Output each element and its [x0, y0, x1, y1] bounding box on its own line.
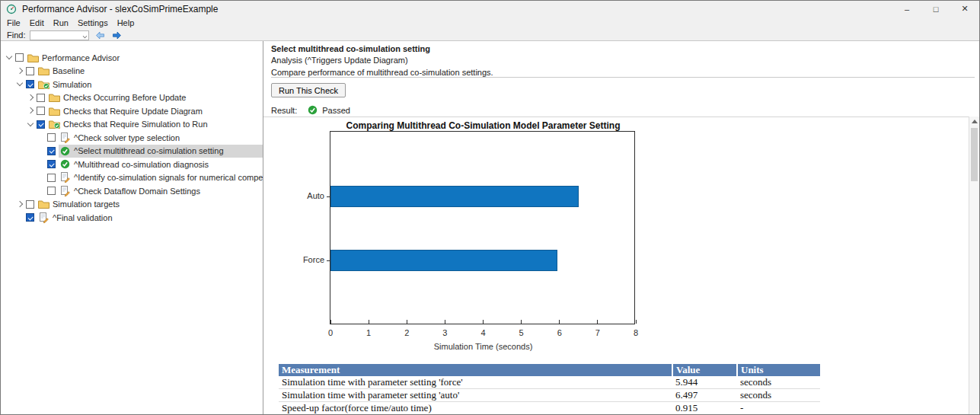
run-this-check-button[interactable]: Run This Check [271, 83, 346, 97]
table-row: Simulation time with parameter setting '… [279, 376, 820, 389]
menu-run[interactable]: Run [49, 17, 73, 30]
vertical-scrollbar[interactable] [969, 117, 979, 414]
chevron-down-icon[interactable] [83, 34, 88, 38]
expander-collapsed-icon[interactable] [16, 67, 24, 75]
tree-row[interactable]: Baseline [1, 65, 263, 78]
chart-plot: Comparing Multithread Co-Simulation Mode… [330, 131, 635, 324]
tree-checkbox[interactable] [26, 200, 34, 209]
table-cell: Speed-up factor(force time/auto time) [279, 402, 672, 415]
close-button[interactable]: ✕ [950, 1, 979, 17]
check-title: Select multithread co-simulation setting [271, 44, 430, 53]
tree-row[interactable]: Checks that Require Simulation to Run [1, 118, 263, 132]
table-cell: - [737, 402, 820, 415]
tree-item-content[interactable]: ^Final validation [37, 211, 263, 225]
table-cell: Simulation time with parameter setting '… [279, 376, 672, 389]
x-tick-mark [330, 320, 331, 324]
tree-row[interactable]: Checks Occurring Before Update [1, 91, 263, 105]
maximize-button[interactable]: □ [921, 1, 950, 17]
tree-checkbox[interactable] [47, 133, 56, 142]
tree-checkbox[interactable] [26, 213, 34, 222]
tree-item-content[interactable]: ^Select multithread co-simulation settin… [59, 145, 263, 158]
expander-expanded-icon[interactable] [16, 80, 24, 88]
expander-expanded-icon[interactable] [27, 120, 35, 129]
scroll-up-icon[interactable] [972, 120, 978, 123]
tree-item-content[interactable]: Performance Advisor [27, 51, 263, 65]
find-label: Find: [7, 30, 25, 40]
folder-icon [38, 66, 49, 75]
tree-item-content[interactable]: Simulation targets [37, 198, 263, 212]
expander-placeholder [37, 133, 46, 142]
x-tick-label: 4 [476, 328, 491, 337]
tree-checkbox[interactable] [47, 187, 56, 195]
title-bar: Performance Advisor - slexCoSimPrimeExam… [1, 1, 979, 17]
tree-checkbox[interactable] [37, 94, 45, 102]
expander-expanded-icon[interactable] [5, 53, 14, 62]
x-tick-label: 8 [628, 328, 643, 337]
table-header-value: Value [672, 364, 737, 376]
find-next-button[interactable] [110, 30, 123, 40]
tree-checkbox[interactable] [37, 107, 45, 115]
tree-checkbox[interactable] [47, 174, 56, 182]
minimize-button[interactable]: – [892, 1, 921, 17]
tree-row[interactable]: ^Check solver type selection [1, 131, 263, 145]
table-cell: 5.944 [672, 376, 737, 389]
tree-row[interactable]: Simulation targets [1, 198, 263, 212]
folder-icon [27, 53, 39, 62]
menu-settings[interactable]: Settings [73, 17, 113, 30]
tree-row[interactable]: Performance Advisor [1, 51, 263, 65]
tree-item-content[interactable]: ^Identify co-simulation signals for nume… [59, 171, 263, 185]
arrow-right-icon [112, 31, 122, 40]
tree-row[interactable]: Simulation [1, 78, 263, 91]
result-row: Result: Passed [271, 105, 350, 115]
tree-item-content[interactable]: ^Check solver type selection [59, 131, 263, 145]
scrollbar-thumb[interactable] [971, 128, 978, 181]
tree-checkbox[interactable] [26, 67, 34, 75]
table-cell: seconds [737, 376, 820, 389]
tree-row[interactable]: ^Identify co-simulation signals for nume… [1, 171, 263, 185]
checks-tree-panel: Performance AdvisorBaselineSimulationChe… [1, 41, 263, 414]
tree-item-content[interactable]: Checks Occurring Before Update [48, 91, 263, 105]
menu-file[interactable]: File [2, 17, 25, 30]
tree-checkbox[interactable] [15, 53, 24, 62]
passed-icon [308, 105, 318, 115]
expander-placeholder [16, 213, 24, 222]
expander-placeholder [37, 187, 46, 195]
tree-checkbox[interactable] [47, 147, 56, 155]
bar-auto [330, 186, 579, 207]
find-combobox[interactable] [30, 30, 89, 40]
tree-row[interactable]: ^Final validation [1, 211, 263, 225]
expander-collapsed-icon[interactable] [27, 107, 35, 115]
expander-collapsed-icon[interactable] [16, 200, 24, 209]
tree-row[interactable]: ^Check Dataflow Domain Settings [1, 184, 263, 198]
bar-force [330, 250, 557, 271]
tree-item-content[interactable]: ^Check Dataflow Domain Settings [59, 184, 263, 198]
tree: Performance AdvisorBaselineSimulationChe… [1, 51, 263, 225]
tree-row[interactable]: ^Select multithread co-simulation settin… [1, 145, 263, 158]
tree-item-content[interactable]: Checks that Require Simulation to Run [48, 118, 263, 132]
folder-icon [38, 200, 49, 209]
tree-item-content[interactable]: ^Multithread co-simulation diagnosis [59, 158, 263, 171]
menu-edit[interactable]: Edit [25, 17, 49, 30]
tree-row[interactable]: ^Multithread co-simulation diagnosis [1, 158, 263, 171]
x-tick-label: 7 [590, 328, 605, 337]
tree-checkbox[interactable] [26, 80, 34, 88]
report-icon [38, 212, 49, 223]
find-previous-button[interactable] [94, 30, 106, 40]
measurement-table: MeasurementValueUnits Simulation time wi… [279, 364, 820, 414]
tree-item-content[interactable]: Simulation [37, 78, 263, 91]
tree-item-label: Performance Advisor [42, 53, 120, 62]
tree-row[interactable]: Checks that Require Update Diagram [1, 104, 263, 118]
menu-help[interactable]: Help [113, 17, 139, 30]
tree-item-content[interactable]: Checks that Require Update Diagram [48, 104, 263, 118]
x-tick-mark [445, 320, 445, 324]
expander-collapsed-icon[interactable] [27, 94, 35, 102]
tree-checkbox[interactable] [37, 120, 45, 129]
tree-item-label: ^Multithread co-simulation diagnosis [74, 160, 209, 169]
tree-item-content[interactable]: Baseline [37, 65, 263, 78]
expander-placeholder [37, 160, 46, 168]
find-input[interactable] [30, 31, 78, 40]
tree-item-label: Baseline [53, 66, 85, 75]
tree-checkbox[interactable] [47, 160, 56, 168]
x-tick-mark [521, 320, 522, 324]
result-label: Result: [271, 106, 297, 115]
